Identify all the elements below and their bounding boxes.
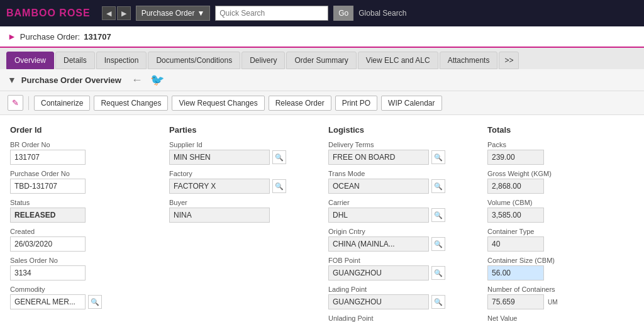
origin-cntry-search-button[interactable]: 🔍 [431,237,445,251]
field-fob-point: FOB Point GUANGZHOU 🔍 [328,257,475,280]
value-num-containers: 75.659 [487,294,544,309]
field-gross-weight: Gross Weight (KGM) 2,868.00 [487,170,634,194]
label-volume: Volume (CBM) [487,199,634,206]
value-volume: 3,585.00 [487,208,544,223]
view-request-changes-button[interactable]: View Request Changes [172,96,264,111]
parties-title: Parties [169,125,316,135]
brand-logo: BAMBOO ROSE [6,8,91,19]
label-fob-point: FOB Point [328,257,475,264]
value-wrap-created: 26/03/2020 [10,236,157,252]
value-packs: 239.00 [487,150,544,165]
label-carrier: Carrier [328,199,475,206]
num-containers-suffix: UM [548,299,558,306]
label-num-containers: Number of Containers [487,286,634,293]
toolbar: ✎ Containerize Request Changes View Requ… [0,91,644,115]
nav-forward-button[interactable]: ▶ [117,6,131,20]
field-trans-mode: Trans Mode OCEAN 🔍 [328,170,475,194]
tab-order-summary[interactable]: Order Summary [286,52,356,69]
carrier-search-button[interactable]: 🔍 [431,208,445,222]
value-origin-cntry: CHINA (MAINLA... [328,236,429,252]
value-factory: FACTORY X [169,179,270,194]
field-created: Created 26/03/2020 [10,228,157,252]
value-wrap-po-no: TBD-131707 [10,179,157,194]
value-wrap-container-size: 56.00 [487,265,634,280]
containerize-button[interactable]: Containerize [34,96,90,111]
label-net-value: Net Value [487,314,634,322]
value-gross-weight: 2,868.00 [487,179,544,194]
supplier-search-button[interactable]: 🔍 [272,150,286,164]
label-origin-cntry: Origin Cntry [328,228,475,235]
value-supplier-id: MIN SHEN [169,150,270,165]
tab-delivery[interactable]: Delivery [242,52,285,69]
edit-button[interactable]: ✎ [8,95,23,111]
breadcrumb-expand-icon[interactable]: ► [8,31,16,42]
totals-title: Totals [487,125,634,135]
go-button[interactable]: Go [333,6,353,21]
tab-view-elc-alc[interactable]: View ELC and ALC [358,52,438,69]
label-trans-mode: Trans Mode [328,170,475,177]
field-delivery-terms: Delivery Terms FREE ON BOARD 🔍 [328,141,475,165]
section-icon-bird: 🐦 [150,73,164,87]
field-po-no: Purchase Order No TBD-131707 [10,170,157,194]
commodity-search-button[interactable]: 🔍 [88,295,102,309]
field-container-type: Container Type 40 [487,228,634,252]
value-wrap-status: RELEASED [10,208,157,223]
value-wrap-container-type: 40 [487,236,634,252]
trans-mode-search-button[interactable]: 🔍 [431,179,445,193]
field-volume: Volume (CBM) 3,585.00 [487,199,634,223]
section-header: ▼ Purchase Order Overview ← 🐦 [0,69,644,91]
tab-attachments[interactable]: Attachments [440,52,498,69]
label-status: Status [10,199,157,206]
value-commodity: GENERAL MER... [10,294,86,309]
value-lading-point: GUANGZHOU [328,294,429,309]
label-created: Created [10,228,157,235]
nav-back-button[interactable]: ◀ [102,6,116,20]
tab-documents-conditions[interactable]: Documents/Conditions [148,52,240,69]
value-br-order-no: 131707 [10,150,86,165]
wip-calendar-button[interactable]: WIP Calendar [381,96,441,111]
print-po-button[interactable]: Print PO [335,96,377,111]
label-unlading-point: Unlading Point [328,314,475,322]
release-order-button[interactable]: Release Order [269,96,331,111]
logistics-title: Logistics [328,125,475,135]
top-navigation: BAMBOO ROSE ◀ ▶ Purchase Order ▼ Go Glob… [0,0,644,26]
value-wrap-buyer: NINA [169,208,316,223]
field-lading-point: Lading Point GUANGZHOU 🔍 [328,286,475,309]
breadcrumb-id: 131707 [84,32,111,42]
module-dropdown[interactable]: Purchase Order ▼ [136,6,211,21]
value-wrap-supplier-id: MIN SHEN 🔍 [169,150,316,165]
field-num-containers: Number of Containers 75.659 UM [487,286,634,309]
label-buyer: Buyer [169,199,316,206]
fob-point-search-button[interactable]: 🔍 [431,266,445,280]
value-wrap-fob-point: GUANGZHOU 🔍 [328,265,475,280]
value-wrap-packs: 239.00 [487,150,634,165]
value-wrap-factory: FACTORY X 🔍 [169,179,316,194]
value-fob-point: GUANGZHOU [328,265,429,280]
field-factory: Factory FACTORY X 🔍 [169,170,316,194]
request-changes-button[interactable]: Request Changes [94,96,168,111]
label-lading-point: Lading Point [328,286,475,293]
main-content: Order Id BR Order No 131707 Purchase Ord… [0,115,644,322]
tab-overview[interactable]: Overview [6,52,54,69]
order-id-section: Order Id BR Order No 131707 Purchase Ord… [10,125,157,322]
module-label: Purchase Order [142,9,195,18]
field-unlading-point: Unlading Point NEW YORK, N.Y. 🔍 [328,314,475,322]
value-wrap-trans-mode: OCEAN 🔍 [328,179,475,194]
tab-more[interactable]: >> [499,52,519,69]
tab-inspection[interactable]: Inspection [96,52,147,69]
value-delivery-terms: FREE ON BOARD [328,150,429,165]
tab-details[interactable]: Details [55,52,95,69]
quick-search-input[interactable] [215,6,328,21]
nav-arrows: ◀ ▶ [102,6,131,20]
factory-search-button[interactable]: 🔍 [272,179,286,193]
field-supplier-id: Supplier Id MIN SHEN 🔍 [169,141,316,165]
field-net-value: Net Value 66,890.20 Cur [487,314,634,322]
delivery-terms-search-button[interactable]: 🔍 [431,150,445,164]
value-carrier: DHL [328,208,429,223]
value-wrap-origin-cntry: CHINA (MAINLA... 🔍 [328,236,475,252]
value-wrap-gross-weight: 2,868.00 [487,179,634,194]
section-collapse-icon[interactable]: ▼ [8,75,16,85]
lading-point-search-button[interactable]: 🔍 [431,295,445,309]
label-supplier-id: Supplier Id [169,141,316,148]
value-wrap-sales-order-no: 3134 [10,265,157,280]
